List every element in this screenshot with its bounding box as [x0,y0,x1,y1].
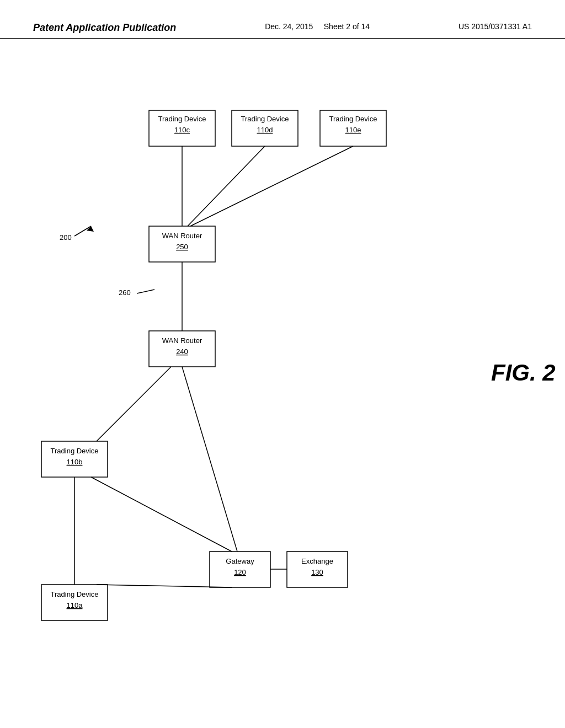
gateway-label1: Gateway [226,557,254,565]
line-240-to-gateway [182,367,237,552]
trading-device-c-label2: 110c [174,126,190,134]
gateway-label2: 120 [234,568,246,576]
ref-260: 260 [119,288,131,297]
publication-date: Dec. 24, 2015 [265,22,313,31]
exchange-label1: Exchange [301,557,333,565]
sheet-info: Sheet 2 of 14 [324,22,370,31]
ref-200-line [74,226,91,236]
trading-device-b-label2: 110b [67,458,83,466]
ref-200-arrow [87,226,94,232]
trading-device-a-label1: Trading Device [51,590,99,598]
line-e-to-250 [190,146,353,226]
wan-router-240-label1: WAN Router [162,336,202,345]
trading-device-e-label2: 110e [345,126,361,134]
figure-label: FIG. 2 [491,360,556,386]
header: Patent Application Publication Dec. 24, … [0,0,565,39]
wan-router-250-label2: 250 [176,243,188,251]
wan-router-240-label2: 240 [176,347,188,356]
trading-device-c-label1: Trading Device [158,115,206,123]
ref-260-line [137,290,154,293]
trading-device-d-label1: Trading Device [241,115,289,123]
patent-number: US 2015/0371331 A1 [459,22,532,31]
diagram-area: FIG. 2 200 Trading Device 110c Trading D… [0,39,565,722]
page: Patent Application Publication Dec. 24, … [0,0,565,728]
diagram-svg: FIG. 2 200 Trading Device 110c Trading D… [0,39,565,722]
trading-device-d-label2: 110d [257,126,273,134]
trading-device-e-label1: Trading Device [329,115,377,123]
exchange-label2: 130 [311,568,323,576]
ref-200: 200 [60,233,72,242]
line-240-to-b [97,367,171,441]
trading-device-a-label2: 110a [67,601,83,609]
trading-device-b-label1: Trading Device [51,447,99,455]
header-center: Dec. 24, 2015 Sheet 2 of 14 [265,22,370,31]
line-d-to-250 [188,146,265,226]
wan-router-250-label1: WAN Router [162,232,202,240]
line-b-to-gateway [91,477,232,552]
publication-label: Patent Application Publication [33,22,176,34]
